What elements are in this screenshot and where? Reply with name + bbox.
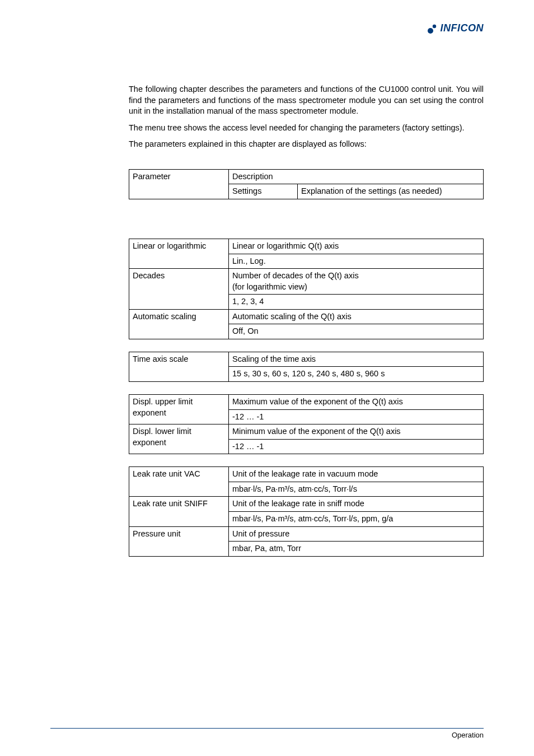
cell-settings: Settings: [229, 184, 298, 199]
brand-logo: INFICON: [427, 22, 484, 34]
cell-settings: Off, On: [229, 324, 484, 339]
table-time-axis: Time axis scale Scaling of the time axis…: [129, 352, 484, 382]
intro-paragraph-1: The following chapter describes the para…: [129, 84, 484, 117]
cell-settings: 1, 2, 3, 4: [229, 295, 484, 310]
table-row: Leak rate unit VAC Unit of the leakage r…: [129, 467, 484, 482]
cell-settings: mbar·l/s, Pa·m³/s, atm·cc/s, Torr·l/s, p…: [229, 511, 484, 526]
footer: Operation: [50, 728, 484, 739]
cell-param: Time axis scale: [129, 352, 229, 381]
footer-text: Operation: [50, 731, 484, 739]
cell-settings: mbar, Pa, atm, Torr: [229, 542, 484, 557]
table-row: Displ. lower limit exponent Minimum valu…: [129, 424, 484, 440]
intro-paragraph-2: The menu tree shows the access level nee…: [129, 123, 484, 134]
cell-desc: Linear or logarithmic Q(t) axis: [229, 239, 484, 254]
cell-param: Automatic scaling: [129, 309, 229, 339]
cell-param: Linear or logarithmic: [129, 239, 229, 268]
table-row: Parameter Description: [129, 169, 484, 184]
table-row: Leak rate unit SNIFF Unit of the leakage…: [129, 497, 484, 512]
cell-settings: mbar·l/s, Pa·m³/s, atm·cc/s, Torr·l/s: [229, 482, 484, 497]
table-units: Leak rate unit VAC Unit of the leakage r…: [129, 466, 484, 556]
table-row: Displ. upper limit exponent Maximum valu…: [129, 395, 484, 410]
cell-desc: Scaling of the time axis: [229, 352, 484, 367]
cell-settings: -12 … -1: [229, 409, 484, 424]
cell-desc: Number of decades of the Q(t) axis (for …: [229, 269, 484, 295]
table-row: Time axis scale Scaling of the time axis: [129, 352, 484, 367]
logo-icon: [427, 23, 438, 34]
cell-parameter: Parameter: [129, 169, 229, 199]
table-row: Pressure unit Unit of pressure: [129, 526, 484, 542]
svg-point-0: [428, 28, 433, 34]
cell-param: Leak rate unit VAC: [129, 467, 229, 497]
cell-description: Description: [229, 169, 484, 184]
cell-param: Leak rate unit SNIFF: [129, 497, 229, 526]
footer-divider: [50, 728, 484, 729]
content-area: The following chapter describes the para…: [129, 84, 484, 557]
table-display-exponent: Displ. upper limit exponent Maximum valu…: [129, 394, 484, 454]
cell-settings: 15 s, 30 s, 60 s, 120 s, 240 s, 480 s, 9…: [229, 367, 484, 382]
cell-param: Displ. upper limit exponent: [129, 395, 229, 424]
table-key: Parameter Description Settings Explanati…: [129, 169, 484, 199]
table-row: Decades Number of decades of the Q(t) ax…: [129, 269, 484, 295]
cell-desc: Unit of the leakage rate in sniff mode: [229, 497, 484, 512]
table-row: Linear or logarithmic Linear or logarith…: [129, 239, 484, 254]
cell-settings: -12 … -1: [229, 439, 484, 454]
cell-desc: Minimum value of the exponent of the Q(t…: [229, 424, 484, 440]
svg-point-1: [432, 24, 435, 27]
cell-param: Decades: [129, 269, 229, 310]
table-qt-axis: Linear or logarithmic Linear or logarith…: [129, 239, 484, 339]
intro-paragraph-3: The parameters explained in this chapter…: [129, 139, 484, 150]
cell-param: Pressure unit: [129, 526, 229, 556]
cell-desc: Unit of the leakage rate in vacuum mode: [229, 467, 484, 482]
cell-settings: Lin., Log.: [229, 254, 484, 269]
cell-param: Displ. lower limit exponent: [129, 424, 229, 454]
cell-desc: Unit of pressure: [229, 526, 484, 542]
cell-explanation: Explanation of the settings (as needed): [298, 184, 484, 199]
page: INFICON The following chapter describes …: [0, 0, 534, 756]
cell-desc: Automatic scaling of the Q(t) axis: [229, 309, 484, 324]
cell-desc: Maximum value of the exponent of the Q(t…: [229, 395, 484, 410]
table-row: Automatic scaling Automatic scaling of t…: [129, 309, 484, 324]
logo-text: INFICON: [441, 22, 484, 34]
